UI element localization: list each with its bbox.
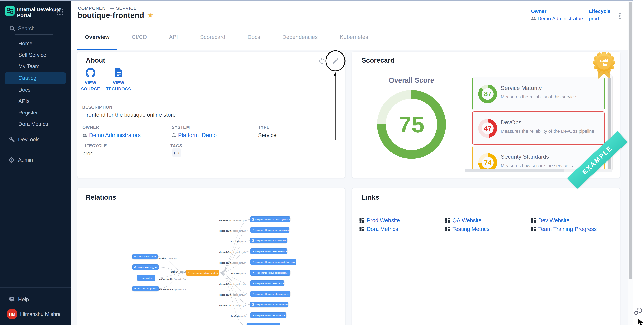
graph-node-component-boutique-adservice[interactable]: component:boutique-adservice [250,280,284,286]
svg-text:Gold: Gold [600,59,608,62]
sidebar-item-self-service[interactable]: Self Service [0,49,70,61]
tab-kubernetes[interactable]: Kubernetes [332,24,376,50]
svg-text:component:boutique-redisservic: component:boutique-redisservice [255,240,286,242]
metric-card-devops[interactable]: 47 DevOps Measures the reliability of th… [472,111,604,145]
tab-docs[interactable]: Docs [240,24,268,50]
favorite-star-icon[interactable]: ★ [147,11,154,19]
search-input[interactable]: Search [0,24,70,34]
breadcrumb: COMPONENT — SERVICE [78,6,137,11]
sidebar: Internal Developer Portal Search Home Se… [0,1,70,325]
svg-text:component:boutique-emailservic: component:boutique-emailservice [255,250,287,253]
apps-grid-icon[interactable] [56,8,64,16]
graph-node-api-petstore[interactable]: api:petstore [137,275,155,281]
links-title: Links [362,194,379,201]
edit-pencil-icon[interactable] [332,57,339,65]
sidebar-item-register[interactable]: Register [0,107,70,118]
svg-text:ownerOf / ownedBy: ownerOf / ownedBy [158,257,177,260]
tab-cicd[interactable]: CI/CD [124,24,154,50]
sidebar-item-apis[interactable]: APIs [0,96,70,107]
sidebar-item-devtools[interactable]: DevTools [0,134,70,145]
tag-chip-go[interactable]: go [172,148,182,157]
dashboard-icon [531,218,536,223]
refresh-icon[interactable] [318,57,326,65]
graph-node-component-boutique-shippingservice[interactable]: component:boutique-shippingservice [250,270,290,276]
overall-score-donut: 75 [377,90,446,159]
lifecycle-value: prod [589,16,610,21]
graph-node-component-boutique-cartservice[interactable]: component:boutique-cartservice [250,313,286,318]
page-scrollbar-track [628,1,633,325]
dashboard-icon [359,218,364,223]
link-dora-metrics[interactable]: Dora Metrics [359,226,445,232]
svg-text:component:boutique-checkoutser: component:boutique-checkoutservice [255,293,290,295]
circuit-icon [5,6,15,16]
graph-node-component-boutique-emailservice[interactable]: component:boutique-emailservice [250,248,288,254]
description-label: DESCRIPTION [82,105,112,110]
dashboard-icon [445,227,450,232]
graph-node-component-boutique-productcatalogservice[interactable]: component:boutique-productcatalogservice [250,259,296,265]
graph-node-component-boutique-paymentservice[interactable]: component:boutique-paymentservice [250,227,290,233]
user-name[interactable]: Himanshu Mishra [20,311,60,317]
svg-text:apiProvidedBy / providesApi: apiProvidedBy / providesApi [159,289,186,291]
link-testing-metrics[interactable]: Testing Metrics [445,226,531,232]
system-field-link[interactable]: Platform_Demo [172,132,216,138]
lifecycle-field-label: LIFECYCLE [82,143,107,148]
metric-desc: Measures how secure the service is [501,163,573,168]
svg-text:dependsOn / dependencyOf: dependsOn / dependencyOf [220,283,246,286]
graph-node-component-boutique-redisservice[interactable]: component:boutique-redisservice [250,238,288,244]
relations-card: Relations ownerOf / ownedByhasPart / par… [77,188,345,325]
scorecard-hscrollbar-thumb[interactable] [465,169,564,172]
svg-text:api:starwars-graphql: api:starwars-graphql [138,288,156,290]
tab-api[interactable]: API [161,24,186,50]
link-qa-website[interactable]: QA Website [445,217,531,224]
graph-node-component-boutique-frontend[interactable]: component:boutique-frontend [186,270,219,276]
svg-text:system:Platform_Demo: system:Platform_Demo [138,266,159,269]
svg-text:component:boutique-paymentserv: component:boutique-paymentservice [255,229,290,231]
sidebar-item-admin[interactable]: ⚙ Admin [0,154,70,166]
tab-overview[interactable]: Overview [77,24,117,50]
metric-card-service-maturity[interactable]: 87 Service Maturity Measures the reliabi… [472,77,604,110]
brand-title: Internal Developer Portal [17,6,61,18]
sidebar-item-help[interactable]: ? Help [0,294,70,305]
link-prod-website[interactable]: Prod Website [359,217,445,224]
sidebar-item-catalog[interactable]: Catalog [5,72,66,84]
scorecard-metric-list: 87 Service Maturity Measures the reliabi… [472,76,605,169]
help-label: Help [18,297,29,303]
tab-scorecard[interactable]: Scorecard [192,24,233,50]
sidebar-item-my-team[interactable]: My Team [0,61,70,72]
svg-text:dependsOn / dependencyOf: dependsOn / dependencyOf [220,304,246,307]
graph-node-component-boutique-checkoutservice[interactable]: component:boutique-checkoutservice [250,291,290,297]
svg-text:api:petstore: api:petstore [142,277,153,279]
owner-link[interactable]: Demo Administrators [531,16,584,21]
graph-node-system-platform-demo[interactable]: system:Platform_Demo [132,265,159,270]
svg-text:?: ? [11,297,13,301]
page-scrollbar-thumb[interactable] [628,2,632,279]
sidebar-item-docs[interactable]: Docs [0,84,70,96]
overall-score-value: 75 [398,111,424,138]
about-card: About VIEWSOURCE VIEWTECHDOCS DESCRIPTIO… [77,52,345,178]
graph-node-partial[interactable] [246,323,280,325]
view-source-link[interactable]: VIEWSOURCE [77,68,104,92]
svg-text:dependsOn / dependencyOf: dependsOn / dependencyOf [220,230,246,232]
techdocs-icon [115,68,122,78]
avatar[interactable]: HM [7,309,18,320]
link-team-training-progress[interactable]: Team Training Progress [531,226,617,232]
tab-dependencies[interactable]: Dependencies [274,24,325,50]
type-field-value: Service [258,132,276,138]
brand-divider [5,19,66,19]
sidebar-item-dora-metrics[interactable]: Dora Metrics [0,118,70,130]
more-options-icon[interactable] [619,13,621,19]
graph-node-api-starwars-graphql[interactable]: api:starwars-graphql [132,286,159,292]
svg-text:component:boutique-productcata: component:boutique-productcatalogservice [255,261,296,263]
link-dev-website[interactable]: Dev Website [531,217,617,224]
svg-text:dependsOn / dependencyOf: dependsOn / dependencyOf [220,251,246,253]
graph-node-component-boutique-currencyservice[interactable]: component:boutique-currencyservice [250,217,290,222]
graph-node-demo-administrators[interactable]: Demo Administrators [132,254,158,260]
metric-name: Security Standards [501,153,549,160]
description-value: Frontend for the boutique online store [83,111,176,118]
chat-bubbles-icon[interactable] [634,307,643,316]
sidebar-item-home[interactable]: Home [0,38,70,49]
owner-field-link[interactable]: Demo Administrators [82,132,140,138]
graph-node-component-boutique-loadgenerator[interactable]: component:boutique-loadgenerator [250,302,288,308]
view-techdocs-link[interactable]: VIEWTECHDOCS [105,68,132,92]
owner-label: Owner [531,8,584,14]
